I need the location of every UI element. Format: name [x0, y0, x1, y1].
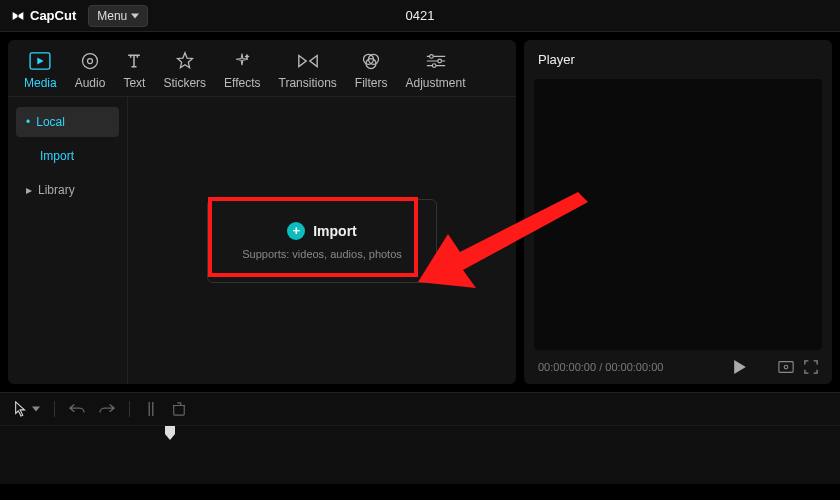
- pointer-tool-button[interactable]: [14, 401, 40, 417]
- tab-label: Media: [24, 76, 57, 90]
- tab-transitions[interactable]: Transitions: [279, 50, 337, 90]
- timeline-toolbar: [0, 393, 840, 425]
- sidebar-item-local[interactable]: • Local: [16, 107, 119, 137]
- menu-button[interactable]: Menu: [88, 5, 148, 27]
- svg-rect-9: [779, 362, 793, 373]
- split-button[interactable]: [144, 401, 158, 417]
- player-viewport[interactable]: [534, 79, 822, 350]
- timeline-track-area[interactable]: [0, 425, 840, 473]
- playhead[interactable]: [165, 426, 175, 440]
- tab-label: Effects: [224, 76, 260, 90]
- svg-rect-11: [174, 406, 185, 416]
- sidebar-item-label: Import: [40, 149, 74, 163]
- tab-filters[interactable]: Filters: [355, 50, 388, 90]
- svg-point-6: [429, 55, 433, 59]
- delete-button[interactable]: [172, 402, 186, 416]
- tab-label: Adjustment: [405, 76, 465, 90]
- media-panel: Media Audio Text Stickers: [8, 40, 516, 384]
- tab-audio[interactable]: Audio: [75, 50, 106, 90]
- svg-point-7: [437, 59, 441, 63]
- tab-label: Stickers: [163, 76, 206, 90]
- player-title: Player: [524, 40, 832, 79]
- tab-adjustment[interactable]: Adjustment: [405, 50, 465, 90]
- bullet-icon: •: [26, 115, 30, 129]
- app-logo: CapCut: [10, 8, 76, 24]
- sidebar-item-import[interactable]: Import: [16, 141, 119, 171]
- tab-media[interactable]: Media: [24, 50, 57, 90]
- effects-icon: [231, 50, 253, 72]
- tab-label: Filters: [355, 76, 388, 90]
- app-name: CapCut: [30, 8, 76, 23]
- divider: [129, 401, 130, 417]
- import-label: Import: [313, 223, 357, 239]
- tab-label: Transitions: [279, 76, 337, 90]
- fullscreen-button[interactable]: [804, 360, 818, 374]
- divider: [54, 401, 55, 417]
- svg-point-10: [784, 365, 788, 369]
- media-main-area: + Import Supports: videos, audios, photo…: [128, 97, 516, 384]
- tabs-row: Media Audio Text Stickers: [8, 40, 516, 97]
- svg-point-2: [88, 59, 93, 64]
- transitions-icon: [297, 50, 319, 72]
- tab-stickers[interactable]: Stickers: [163, 50, 206, 90]
- media-icon: [29, 50, 51, 72]
- menu-label: Menu: [97, 9, 127, 23]
- svg-point-1: [83, 54, 98, 69]
- import-subtext: Supports: videos, audios, photos: [226, 248, 418, 260]
- scale-ratio-button[interactable]: [778, 360, 794, 374]
- tab-effects[interactable]: Effects: [224, 50, 260, 90]
- tab-label: Text: [123, 76, 145, 90]
- audio-icon: [79, 50, 101, 72]
- undo-button[interactable]: [69, 402, 85, 416]
- filters-icon: [360, 50, 382, 72]
- redo-button[interactable]: [99, 402, 115, 416]
- player-panel: Player 00:00:00:00 / 00:00:00:00: [524, 40, 832, 384]
- adjustment-icon: [425, 50, 447, 72]
- player-timecode: 00:00:00:00 / 00:00:00:00: [538, 361, 663, 373]
- stickers-icon: [174, 50, 196, 72]
- play-button[interactable]: [734, 360, 746, 374]
- project-title: 0421: [406, 8, 435, 23]
- media-sidebar: • Local Import ▸ Library: [8, 97, 128, 384]
- tab-text[interactable]: Text: [123, 50, 145, 90]
- sidebar-item-label: Library: [38, 183, 75, 197]
- title-bar: CapCut Menu 0421: [0, 0, 840, 32]
- chevron-right-icon: ▸: [26, 183, 32, 197]
- text-icon: [123, 50, 145, 72]
- sidebar-item-label: Local: [36, 115, 65, 129]
- sidebar-item-library[interactable]: ▸ Library: [16, 175, 119, 205]
- tab-label: Audio: [75, 76, 106, 90]
- chevron-down-icon: [131, 12, 139, 20]
- svg-point-8: [432, 64, 436, 68]
- import-dropzone[interactable]: + Import Supports: videos, audios, photo…: [207, 199, 437, 283]
- capcut-icon: [10, 8, 26, 24]
- plus-icon: +: [287, 222, 305, 240]
- chevron-down-icon: [32, 406, 40, 412]
- timeline-panel: [0, 392, 840, 484]
